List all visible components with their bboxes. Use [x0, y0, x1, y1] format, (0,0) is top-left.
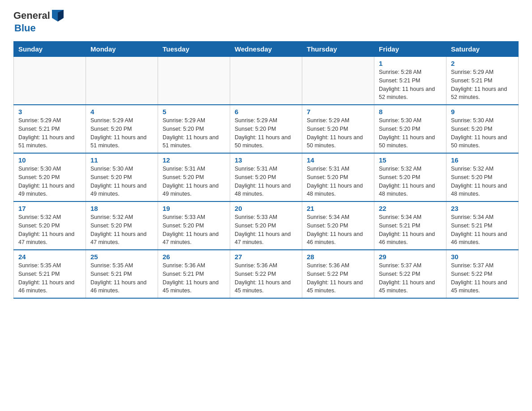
weekday-header-tuesday: Tuesday	[158, 42, 230, 57]
day-number: 7	[307, 108, 369, 116]
calendar-table: SundayMondayTuesdayWednesdayThursdayFrid…	[13, 41, 519, 299]
calendar-week-row: 10Sunrise: 5:30 AM Sunset: 5:20 PM Dayli…	[14, 153, 519, 201]
logo-blue: Blue	[14, 22, 64, 34]
calendar-cell: 3Sunrise: 5:29 AM Sunset: 5:21 PM Daylig…	[14, 105, 86, 153]
weekday-header-sunday: Sunday	[14, 42, 86, 57]
day-number: 11	[90, 156, 153, 164]
day-info: Sunrise: 5:29 AM Sunset: 5:20 PM Dayligh…	[163, 116, 225, 150]
calendar-cell: 4Sunrise: 5:29 AM Sunset: 5:20 PM Daylig…	[86, 105, 158, 153]
day-info: Sunrise: 5:37 AM Sunset: 5:22 PM Dayligh…	[379, 261, 442, 295]
day-number: 28	[307, 253, 369, 261]
calendar-cell: 29Sunrise: 5:37 AM Sunset: 5:22 PM Dayli…	[374, 250, 446, 298]
day-info: Sunrise: 5:30 AM Sunset: 5:20 PM Dayligh…	[18, 165, 81, 198]
calendar-cell: 13Sunrise: 5:31 AM Sunset: 5:20 PM Dayli…	[230, 153, 302, 201]
day-info: Sunrise: 5:34 AM Sunset: 5:21 PM Dayligh…	[451, 213, 514, 247]
day-number: 14	[307, 156, 369, 164]
day-info: Sunrise: 5:36 AM Sunset: 5:22 PM Dayligh…	[235, 261, 297, 295]
calendar-cell: 19Sunrise: 5:33 AM Sunset: 5:20 PM Dayli…	[158, 201, 230, 250]
calendar-week-row: 3Sunrise: 5:29 AM Sunset: 5:21 PM Daylig…	[14, 105, 519, 153]
day-info: Sunrise: 5:30 AM Sunset: 5:20 PM Dayligh…	[451, 116, 514, 150]
day-number: 20	[235, 205, 297, 212]
calendar-cell: 14Sunrise: 5:31 AM Sunset: 5:20 PM Dayli…	[302, 153, 374, 201]
day-number: 30	[451, 253, 514, 261]
day-info: Sunrise: 5:29 AM Sunset: 5:20 PM Dayligh…	[235, 116, 297, 150]
calendar-cell	[86, 57, 158, 105]
day-info: Sunrise: 5:29 AM Sunset: 5:20 PM Dayligh…	[90, 116, 153, 150]
calendar-cell: 16Sunrise: 5:32 AM Sunset: 5:20 PM Dayli…	[446, 153, 519, 201]
calendar-cell: 6Sunrise: 5:29 AM Sunset: 5:20 PM Daylig…	[230, 105, 302, 153]
day-info: Sunrise: 5:34 AM Sunset: 5:21 PM Dayligh…	[379, 213, 442, 247]
calendar-cell	[302, 57, 374, 105]
weekday-header-friday: Friday	[374, 42, 446, 57]
logo-icon	[51, 9, 64, 22]
calendar-cell: 23Sunrise: 5:34 AM Sunset: 5:21 PM Dayli…	[446, 201, 519, 250]
weekday-header-wednesday: Wednesday	[230, 42, 302, 57]
day-info: Sunrise: 5:32 AM Sunset: 5:20 PM Dayligh…	[379, 165, 442, 198]
day-number: 12	[163, 156, 225, 164]
calendar-cell: 11Sunrise: 5:30 AM Sunset: 5:20 PM Dayli…	[86, 153, 158, 201]
day-number: 4	[90, 108, 153, 116]
day-info: Sunrise: 5:33 AM Sunset: 5:20 PM Dayligh…	[163, 213, 225, 247]
day-number: 15	[379, 156, 442, 164]
day-number: 2	[451, 60, 514, 67]
day-info: Sunrise: 5:30 AM Sunset: 5:20 PM Dayligh…	[90, 165, 153, 198]
day-number: 26	[163, 253, 225, 261]
day-info: Sunrise: 5:37 AM Sunset: 5:22 PM Dayligh…	[451, 261, 514, 295]
logo: General Blue	[13, 9, 64, 34]
calendar-cell	[158, 57, 230, 105]
day-number: 1	[379, 60, 442, 67]
day-number: 24	[18, 253, 81, 261]
calendar-cell: 9Sunrise: 5:30 AM Sunset: 5:20 PM Daylig…	[446, 105, 519, 153]
day-info: Sunrise: 5:29 AM Sunset: 5:21 PM Dayligh…	[18, 116, 81, 150]
day-number: 3	[18, 108, 81, 116]
calendar-cell: 17Sunrise: 5:32 AM Sunset: 5:20 PM Dayli…	[14, 201, 86, 250]
day-number: 8	[379, 108, 442, 116]
calendar-cell	[14, 57, 86, 105]
day-number: 18	[90, 205, 153, 212]
day-info: Sunrise: 5:32 AM Sunset: 5:20 PM Dayligh…	[18, 213, 81, 247]
calendar-cell	[230, 57, 302, 105]
day-number: 17	[18, 205, 81, 212]
calendar-week-row: 1Sunrise: 5:28 AM Sunset: 5:21 PM Daylig…	[14, 57, 519, 105]
day-number: 5	[163, 108, 225, 116]
day-info: Sunrise: 5:31 AM Sunset: 5:20 PM Dayligh…	[163, 165, 225, 198]
day-info: Sunrise: 5:33 AM Sunset: 5:20 PM Dayligh…	[235, 213, 297, 247]
day-number: 29	[379, 253, 442, 261]
calendar-header-row: SundayMondayTuesdayWednesdayThursdayFrid…	[14, 42, 519, 57]
day-number: 27	[235, 253, 297, 261]
weekday-header-monday: Monday	[86, 42, 158, 57]
day-info: Sunrise: 5:29 AM Sunset: 5:20 PM Dayligh…	[307, 116, 369, 150]
calendar-cell: 7Sunrise: 5:29 AM Sunset: 5:20 PM Daylig…	[302, 105, 374, 153]
calendar-cell: 10Sunrise: 5:30 AM Sunset: 5:20 PM Dayli…	[14, 153, 86, 201]
day-number: 19	[163, 205, 225, 212]
day-info: Sunrise: 5:31 AM Sunset: 5:20 PM Dayligh…	[235, 165, 297, 198]
day-number: 22	[379, 205, 442, 212]
calendar-cell: 20Sunrise: 5:33 AM Sunset: 5:20 PM Dayli…	[230, 201, 302, 250]
day-number: 9	[451, 108, 514, 116]
day-number: 13	[235, 156, 297, 164]
calendar-cell: 15Sunrise: 5:32 AM Sunset: 5:20 PM Dayli…	[374, 153, 446, 201]
calendar-cell: 12Sunrise: 5:31 AM Sunset: 5:20 PM Dayli…	[158, 153, 230, 201]
calendar-cell: 21Sunrise: 5:34 AM Sunset: 5:20 PM Dayli…	[302, 201, 374, 250]
day-info: Sunrise: 5:31 AM Sunset: 5:20 PM Dayligh…	[307, 165, 369, 198]
day-info: Sunrise: 5:32 AM Sunset: 5:20 PM Dayligh…	[451, 165, 514, 198]
calendar-cell: 5Sunrise: 5:29 AM Sunset: 5:20 PM Daylig…	[158, 105, 230, 153]
day-number: 21	[307, 205, 369, 212]
calendar-cell: 25Sunrise: 5:35 AM Sunset: 5:21 PM Dayli…	[86, 250, 158, 298]
day-info: Sunrise: 5:36 AM Sunset: 5:21 PM Dayligh…	[163, 261, 225, 295]
day-number: 25	[90, 253, 153, 261]
logo-general: General	[13, 10, 50, 21]
day-info: Sunrise: 5:32 AM Sunset: 5:20 PM Dayligh…	[90, 213, 153, 247]
weekday-header-saturday: Saturday	[446, 42, 519, 57]
day-number: 10	[18, 156, 81, 164]
calendar-cell: 18Sunrise: 5:32 AM Sunset: 5:20 PM Dayli…	[86, 201, 158, 250]
calendar-cell: 8Sunrise: 5:30 AM Sunset: 5:20 PM Daylig…	[374, 105, 446, 153]
day-info: Sunrise: 5:35 AM Sunset: 5:21 PM Dayligh…	[90, 261, 153, 295]
day-info: Sunrise: 5:30 AM Sunset: 5:20 PM Dayligh…	[379, 116, 442, 150]
calendar-week-row: 17Sunrise: 5:32 AM Sunset: 5:20 PM Dayli…	[14, 201, 519, 250]
calendar-cell: 2Sunrise: 5:29 AM Sunset: 5:21 PM Daylig…	[446, 57, 519, 105]
day-number: 6	[235, 108, 297, 116]
day-number: 23	[451, 205, 514, 212]
calendar-cell: 22Sunrise: 5:34 AM Sunset: 5:21 PM Dayli…	[374, 201, 446, 250]
calendar-cell: 1Sunrise: 5:28 AM Sunset: 5:21 PM Daylig…	[374, 57, 446, 105]
